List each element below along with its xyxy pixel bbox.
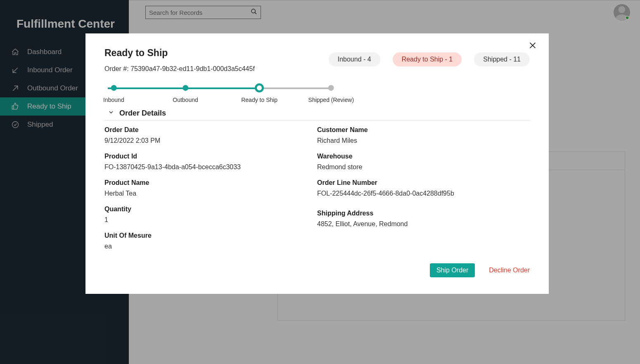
field-label: Order Line Number [317,179,530,187]
modal-title: Ready to Ship [104,47,255,59]
status-pills: Inbound - 4 Ready to Ship - 1 Shipped - … [329,52,530,66]
field-label: Product Id [104,153,317,160]
field-value: Richard Miles [317,137,530,144]
field-value: 1 [104,216,317,224]
pill-ready-to-ship[interactable]: Ready to Ship - 1 [393,52,462,66]
pill-inbound[interactable]: Inbound - 4 [329,52,380,66]
ship-order-button[interactable]: Ship Order [430,263,475,277]
field-label: Unit Of Mesure [104,232,317,239]
step-label: Ready to Ship [241,97,277,103]
decline-order-button[interactable]: Decline Order [489,267,530,274]
step-dot-outbound [183,85,188,91]
order-number: Order #: 75390a47-9b32-ed11-9db1-000d3a5… [104,65,255,73]
field-label: Warehouse [317,153,530,160]
field-label: Order Date [104,126,317,134]
field-value: Redmond store [317,163,530,171]
step-dot-shipped [328,85,334,91]
field-label: Customer Name [317,126,530,134]
details-left-column: Order Date 9/12/2022 2:03 PM Product Id … [104,126,317,258]
field-label: Shipping Address [317,210,530,217]
field-value: FOL-225444dc-26f5-4666-8da0-0ac4288df95b [317,190,530,197]
section-title: Order Details [119,109,166,118]
step-dot-ready [255,83,264,92]
field-value: 9/12/2022 2:03 PM [104,137,317,144]
order-details-toggle[interactable]: Order Details [104,109,530,118]
step-label: Shipped (Review) [308,97,354,103]
details-right-column: Customer Name Richard Miles Warehouse Re… [317,126,530,258]
step-label: Inbound [103,97,124,103]
field-value: ea [104,243,317,250]
close-button[interactable] [528,41,537,52]
field-label: Product Name [104,179,317,187]
field-value: FO-13870425-9a13-4bda-a054-bcecca6c3033 [104,163,317,171]
progress-stepper: Inbound Outbound Ready to Ship Shipped (… [104,83,336,107]
chevron-down-icon [108,109,114,118]
step-dot-inbound [111,85,116,91]
field-label: Quantity [104,206,317,213]
field-value: Herbal Tea [104,190,317,197]
step-label: Outbound [173,97,198,103]
order-modal: Ready to Ship Order #: 75390a47-9b32-ed1… [85,33,549,294]
divider [104,120,530,121]
field-value: 4852, Elliot, Avenue, Redmond [317,220,530,228]
pill-shipped[interactable]: Shipped - 11 [474,52,530,66]
